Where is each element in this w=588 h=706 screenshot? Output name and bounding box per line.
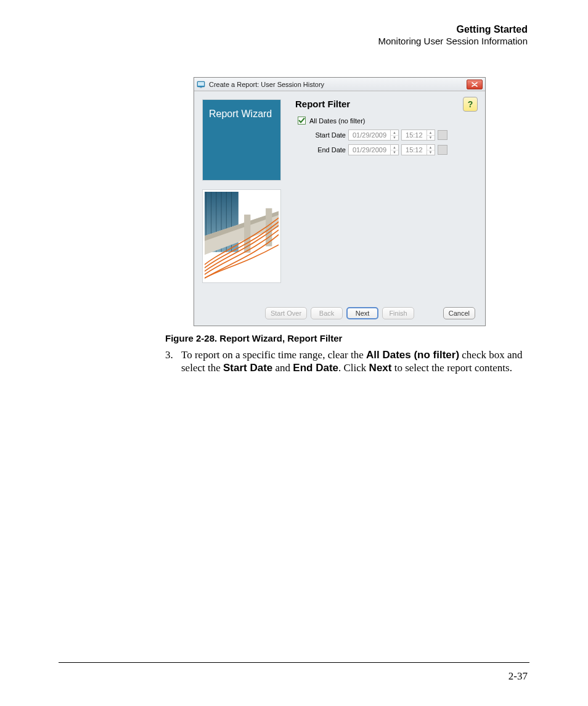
start-date-label: Start Date	[295, 131, 346, 139]
dialog-titlebar[interactable]: Create a Report: User Session History	[194, 78, 485, 91]
header-chapter: Getting Started	[378, 23, 528, 36]
instruction-step: 3.To report on a specific time range, cl…	[165, 348, 535, 375]
step-number: 3.	[165, 348, 181, 361]
header-section: Monitoring User Session Information	[378, 36, 528, 47]
end-date-input[interactable]: 01/29/2009 ▲▼	[348, 144, 399, 155]
next-button[interactable]: Next	[346, 307, 378, 319]
spinner-icon[interactable]: ▲▼	[427, 145, 435, 155]
back-button[interactable]: Back	[311, 307, 343, 319]
wizard-decorative-image	[202, 189, 281, 283]
spinner-icon[interactable]: ▲▼	[390, 145, 398, 155]
all-dates-checkbox[interactable]	[298, 117, 306, 125]
end-date-row: End Date 01/29/2009 ▲▼ 15:12 ▲▼	[295, 144, 475, 155]
report-wizard-dialog: Create a Report: User Session History Re…	[194, 77, 486, 326]
question-icon: ?	[468, 99, 473, 109]
app-icon	[197, 81, 205, 88]
wizard-sidebar: Report Wizard	[194, 91, 288, 301]
all-dates-row[interactable]: All Dates (no filter)	[298, 117, 475, 125]
start-over-button[interactable]: Start Over	[265, 307, 307, 319]
all-dates-label: All Dates (no filter)	[309, 117, 365, 125]
spinner-icon[interactable]: ▲▼	[427, 130, 435, 140]
start-date-row: Start Date 01/29/2009 ▲▼ 15:12 ▲▼	[295, 129, 475, 141]
svg-rect-1	[198, 82, 204, 86]
dialog-title: Create a Report: User Session History	[209, 81, 467, 88]
section-heading: Report Filter	[295, 99, 475, 109]
figure-caption: Figure 2-28. Report Wizard, Report Filte…	[165, 333, 342, 343]
start-time-input[interactable]: 15:12 ▲▼	[401, 129, 435, 141]
running-header: Getting Started Monitoring User Session …	[378, 23, 528, 47]
page-number: 2-37	[508, 670, 528, 683]
end-date-label: End Date	[295, 146, 346, 154]
calendar-icon[interactable]	[438, 145, 447, 155]
help-button[interactable]: ?	[463, 97, 478, 112]
end-time-input[interactable]: 15:12 ▲▼	[401, 144, 435, 155]
dialog-body: Report Wizard	[194, 91, 485, 301]
dialog-footer: Start Over Back Next Finish Cancel	[194, 301, 485, 326]
wizard-title-tile: Report Wizard	[202, 99, 281, 181]
footer-rule	[59, 662, 529, 663]
close-icon[interactable]	[467, 80, 483, 89]
filter-controls: All Dates (no filter) Start Date 01/29/2…	[295, 117, 475, 155]
calendar-icon[interactable]	[438, 130, 447, 140]
document-page: Getting Started Monitoring User Session …	[0, 0, 588, 706]
start-date-input[interactable]: 01/29/2009 ▲▼	[348, 129, 399, 141]
dialog-content: Report Filter ? All Dates (no filter) St…	[288, 91, 485, 301]
cancel-button[interactable]: Cancel	[443, 307, 475, 319]
spinner-icon[interactable]: ▲▼	[390, 130, 398, 140]
finish-button[interactable]: Finish	[382, 307, 414, 319]
svg-rect-2	[200, 87, 202, 88]
